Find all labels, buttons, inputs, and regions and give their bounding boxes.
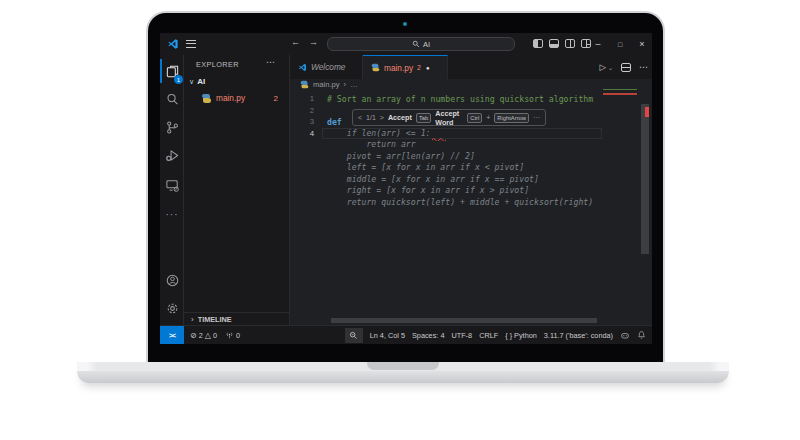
suggestion-next-icon[interactable]: > — [380, 114, 384, 121]
chevron-down-icon: ∨ — [189, 78, 194, 86]
ghost-line: middle = [x for x in arr if x == pivot] — [327, 174, 539, 186]
inline-suggestion-toolbar: < 1/1 > Accept Tab Accept Word Ctrl + Ri… — [352, 109, 546, 126]
tab-welcome-label: Welcome — [311, 62, 345, 72]
braces-icon: { } — [505, 331, 512, 340]
command-center-search[interactable]: AI — [327, 37, 515, 51]
run-dropdown-icon[interactable]: ⌄ — [608, 64, 613, 71]
split-editor-icon[interactable] — [621, 63, 631, 72]
python-file-icon — [301, 81, 309, 89]
run-debug-icon — [165, 148, 180, 163]
modified-dot-icon[interactable]: ● — [426, 65, 430, 71]
suggestion-more-icon[interactable]: ⋯ — [533, 114, 540, 122]
line-number: 2 — [290, 106, 314, 115]
problems-status[interactable]: ⊘ 2 △ 0 — [190, 331, 217, 340]
error-squiggle — [432, 137, 446, 141]
error-count: 2 — [199, 331, 203, 340]
explorer-file-mainpy[interactable]: main.py 2 — [184, 91, 290, 105]
editor-more-icon[interactable]: ⋯ — [639, 62, 648, 72]
status-bar: >< ⊘ 2 △ 0 0 — [160, 325, 652, 344]
cursor-position[interactable]: Ln 4, Col 5 — [370, 331, 405, 340]
timeline-label: TIMELINE — [198, 315, 232, 324]
language-label: Python — [514, 331, 537, 340]
ghost-line: left = [x for x in arr if x < pivot] — [327, 162, 524, 174]
title-bar: ← → AI – □ × — [160, 33, 652, 55]
menu-icon[interactable] — [186, 40, 196, 48]
ghost-line: pivot = arr[len(arr) // 2] — [327, 151, 475, 163]
toggle-panel-icon[interactable] — [549, 39, 559, 48]
explorer-more-icon[interactable]: ⋯ — [266, 57, 275, 67]
vscode-logo-icon — [167, 38, 179, 50]
interpreter-status[interactable]: 3.11.7 ('base': conda) — [544, 331, 613, 340]
nav-back-icon[interactable]: ← — [291, 37, 300, 47]
minimap-error-line — [603, 93, 637, 95]
code-area[interactable]: 1 # Sort an array of n numbers using qui… — [290, 90, 652, 325]
nav-forward-icon[interactable]: → — [309, 37, 318, 47]
main-row: 1 — [160, 55, 652, 325]
error-icon: ⊘ — [190, 331, 197, 340]
accept-word-button[interactable]: Accept Word — [435, 109, 463, 127]
ports-count: 0 — [236, 331, 240, 340]
python-file-icon — [202, 94, 211, 103]
timeline-section[interactable]: › TIMELINE — [184, 312, 290, 325]
file-name: main.py — [216, 93, 245, 103]
horizontal-scrollbar[interactable] — [331, 318, 597, 323]
close-button[interactable]: × — [634, 33, 650, 55]
ghost-line: right = [x for x in arr if x > pivot] — [327, 185, 529, 197]
maximize-button[interactable]: □ — [612, 33, 628, 55]
activity-accounts-button[interactable] — [160, 268, 184, 292]
status-right: Ln 4, Col 5 Spaces: 4 UTF-8 CRLF { } Pyt… — [345, 326, 646, 344]
python-file-icon — [372, 64, 380, 72]
activity-source-control-button[interactable] — [160, 115, 184, 139]
explorer-section-ai[interactable]: ∨ AI — [189, 77, 205, 86]
remote-icon: >< — [169, 332, 175, 339]
tab-bar: Welcome main.py 2 ● ▷ ⌄ ⋯ — [290, 55, 652, 79]
eol-status[interactable]: CRLF — [479, 331, 498, 340]
activity-more-button[interactable]: ··· — [160, 202, 184, 226]
laptop-base — [77, 362, 729, 383]
line-number: 1 — [290, 94, 314, 103]
copilot-icon[interactable] — [620, 331, 630, 340]
ghost-line: if len(arr) <= 1: — [327, 128, 431, 140]
run-file-button[interactable]: ▷ — [599, 62, 606, 72]
activity-explorer-button[interactable]: 1 — [160, 59, 184, 83]
notifications-bell-icon[interactable] — [637, 330, 646, 340]
accept-button[interactable]: Accept — [388, 113, 412, 122]
explorer-badge: 1 — [174, 75, 183, 84]
zoom-indicator[interactable] — [345, 328, 363, 343]
explorer-title: EXPLORER — [196, 60, 239, 69]
indentation-status[interactable]: Spaces: 4 — [412, 331, 444, 340]
ports-status[interactable]: 0 — [225, 331, 240, 340]
remote-explorer-icon — [165, 178, 180, 193]
language-status[interactable]: { } Python — [505, 331, 537, 340]
webcam-dot — [403, 22, 407, 26]
activity-run-debug-button[interactable] — [160, 143, 184, 167]
suggestion-prev-icon[interactable]: < — [358, 114, 362, 121]
activity-search-icon — [165, 92, 180, 107]
ghost-line: return quicksort(left) + middle + quicks… — [327, 197, 593, 209]
layout-controls — [533, 39, 591, 48]
minimize-button[interactable]: – — [590, 33, 606, 55]
editor-actions: ▷ ⌄ ⋯ — [599, 55, 648, 79]
toggle-secondary-sidebar-icon[interactable] — [565, 39, 575, 48]
tab-key-hint: Tab — [416, 113, 431, 123]
tab-mainpy[interactable]: main.py 2 ● — [363, 55, 448, 79]
activity-search-button[interactable] — [160, 87, 184, 111]
comment-text: # Sort an array of n numbers using quick… — [327, 94, 593, 104]
encoding-status[interactable]: UTF-8 — [451, 331, 472, 340]
tab-welcome[interactable]: Welcome — [290, 55, 363, 79]
minimap-comment-line — [603, 89, 637, 91]
search-icon — [412, 40, 420, 48]
activity-manage-button[interactable] — [160, 296, 184, 320]
vertical-scrollbar[interactable] — [641, 104, 649, 254]
sidebar-explorer: EXPLORER ⋯ ∨ AI main.py 2 › TIMELINE — [184, 55, 290, 325]
activity-bar: 1 — [160, 55, 184, 325]
laptop-mockup: ← → AI – □ × — [0, 0, 800, 440]
search-text: AI — [423, 40, 430, 49]
line-number: 3 — [290, 117, 314, 126]
breadcrumb[interactable]: main.py › … — [290, 79, 590, 90]
activity-remote-explorer-button[interactable] — [160, 173, 184, 197]
toggle-sidebar-icon[interactable] — [533, 39, 543, 48]
remote-indicator[interactable]: >< — [160, 326, 184, 344]
ghost-line: return arr — [327, 139, 416, 151]
breadcrumb-file: main.py — [313, 80, 340, 89]
